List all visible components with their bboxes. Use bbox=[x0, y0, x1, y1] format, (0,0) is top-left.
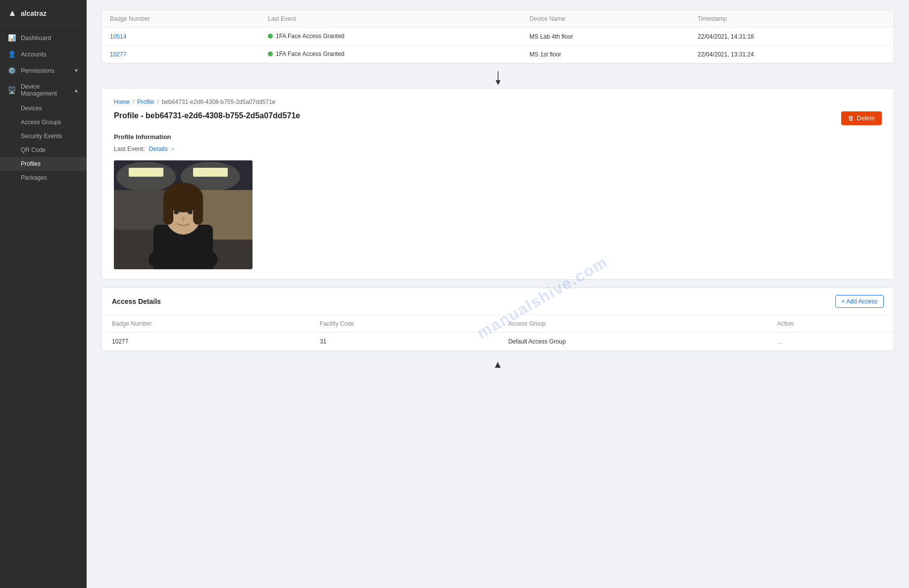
profile-photo bbox=[114, 160, 252, 269]
last-event-label: Last Event: bbox=[114, 146, 145, 152]
col-device-name: Device Name bbox=[522, 10, 690, 28]
logo-icon: ▲ bbox=[8, 8, 17, 18]
sidebar-item-devices-label: Devices bbox=[21, 105, 42, 112]
sidebar-item-access-groups[interactable]: Access Groups bbox=[0, 115, 87, 129]
badge-link[interactable]: 10277 bbox=[110, 51, 126, 58]
sidebar-navigation: 📊 Dashboard 👤 Accounts ⚙️ Permissions ▼ … bbox=[0, 26, 87, 588]
badge-link[interactable]: 10514 bbox=[110, 33, 126, 40]
access-badge-cell: 10277 bbox=[102, 333, 310, 351]
sidebar-item-security-events[interactable]: Security Events bbox=[0, 129, 87, 143]
sidebar-item-profiles[interactable]: Profiles bbox=[0, 157, 87, 171]
sidebar-item-qr-code-label: QR Code bbox=[21, 147, 46, 153]
access-col-badge: Badge Number bbox=[102, 315, 310, 333]
col-badge-number: Badge Number bbox=[102, 10, 260, 28]
delete-btn-label: Delete bbox=[857, 115, 875, 122]
profile-info-label: Profile Information bbox=[114, 133, 882, 141]
svg-marker-1 bbox=[496, 80, 501, 85]
permissions-chevron-icon: ▼ bbox=[74, 68, 79, 73]
access-title: Access Details bbox=[112, 297, 161, 305]
access-group-cell: Default Access Group bbox=[499, 333, 767, 351]
event-text: 1FA Face Access Granted bbox=[276, 33, 345, 40]
events-table: Badge Number Last Event Device Name Time… bbox=[102, 10, 894, 63]
device-management-icon: 🖥️ bbox=[8, 87, 16, 94]
sidebar: ▲ alcatraz 📊 Dashboard 👤 Accounts ⚙️ Per… bbox=[0, 0, 87, 588]
details-link[interactable]: Details → bbox=[149, 146, 176, 152]
profile-section: Home / Profile / beb64731-e2d6-4308-b755… bbox=[101, 88, 894, 280]
sidebar-item-permissions-label: Permissions bbox=[21, 67, 54, 74]
table-row: 10514 1FA Face Access Granted MS Lab 4th… bbox=[102, 28, 894, 46]
device-name-cell: MS Lab 4th floor bbox=[522, 28, 690, 46]
breadcrumb: Home / Profile / beb64731-e2d6-4308-b755… bbox=[114, 98, 882, 105]
event-badge: 1FA Face Access Granted bbox=[268, 50, 345, 57]
access-col-facility: Facility Code bbox=[310, 315, 499, 333]
sidebar-item-profiles-label: Profiles bbox=[21, 160, 41, 167]
svg-point-19 bbox=[182, 217, 185, 221]
last-event-cell: 1FA Face Access Granted bbox=[260, 46, 522, 63]
photo-scene bbox=[114, 160, 252, 269]
sidebar-item-dashboard-label: Dashboard bbox=[21, 35, 51, 42]
action-menu-button[interactable]: ... bbox=[777, 338, 783, 345]
access-header: Access Details + Add Access bbox=[102, 288, 894, 315]
profile-last-event: Last Event: Details → bbox=[114, 146, 882, 152]
annotation-arrow-down bbox=[493, 71, 503, 86]
badge-number-cell: 10514 bbox=[102, 28, 260, 46]
device-management-chevron-icon: ▲ bbox=[74, 88, 79, 93]
svg-rect-15 bbox=[163, 195, 173, 225]
access-table: Badge Number Facility Code Access Group … bbox=[102, 315, 894, 350]
svg-rect-16 bbox=[193, 195, 203, 225]
badge-number-cell: 10277 bbox=[102, 46, 260, 63]
profile-title: Profile - beb64731-e2d6-4308-b755-2d5a07… bbox=[114, 111, 300, 120]
access-col-action: Action bbox=[767, 315, 894, 333]
sidebar-item-devices[interactable]: Devices bbox=[0, 101, 87, 115]
events-table-container: Badge Number Last Event Device Name Time… bbox=[101, 10, 894, 63]
breadcrumb-id: beb64731-e2d6-4308-b755-2d5a07dd571e bbox=[162, 98, 276, 105]
last-event-cell: 1FA Face Access Granted bbox=[260, 28, 522, 46]
event-badge: 1FA Face Access Granted bbox=[268, 33, 345, 40]
access-section: Access Details + Add Access Badge Number… bbox=[101, 288, 894, 351]
sidebar-item-device-management[interactable]: 🖥️ Device Management ▲ bbox=[0, 79, 87, 101]
profile-header: Profile - beb64731-e2d6-4308-b755-2d5a07… bbox=[114, 111, 882, 125]
permissions-icon: ⚙️ bbox=[8, 67, 16, 74]
access-action-cell: ... bbox=[767, 333, 894, 351]
accounts-icon: 👤 bbox=[8, 50, 16, 58]
logo-area: ▲ alcatraz bbox=[0, 0, 87, 26]
svg-point-18 bbox=[188, 210, 193, 214]
event-text: 1FA Face Access Granted bbox=[276, 50, 345, 57]
dashboard-icon: 📊 bbox=[8, 34, 16, 42]
timestamp-cell: 22/04/2021, 13:31:24 bbox=[690, 46, 894, 63]
status-dot-green bbox=[268, 34, 273, 39]
sidebar-item-accounts-label: Accounts bbox=[21, 51, 46, 58]
sidebar-item-access-groups-label: Access Groups bbox=[21, 119, 61, 126]
table-row: 10277 1FA Face Access Granted MS 1st flo… bbox=[102, 46, 894, 63]
logo-text: alcatraz bbox=[21, 9, 47, 17]
add-access-button[interactable]: + Add Access bbox=[835, 295, 884, 308]
timestamp-cell: 22/04/2021, 14:31:18 bbox=[690, 28, 894, 46]
delete-button[interactable]: 🗑 Delete bbox=[841, 111, 882, 125]
table-row: 10277 31 Default Access Group ... bbox=[102, 333, 894, 351]
delete-icon: 🗑 bbox=[848, 115, 855, 122]
sidebar-item-device-management-label: Device Management bbox=[21, 83, 69, 97]
bottom-logo-area: ▲ bbox=[101, 351, 894, 378]
status-dot-green bbox=[268, 51, 273, 56]
bottom-logo-icon: ▲ bbox=[493, 359, 503, 370]
breadcrumb-home[interactable]: Home bbox=[114, 98, 130, 105]
sidebar-item-accounts[interactable]: 👤 Accounts bbox=[0, 46, 87, 62]
sidebar-item-permissions[interactable]: ⚙️ Permissions ▼ bbox=[0, 62, 87, 79]
breadcrumb-sep-2: / bbox=[157, 98, 158, 105]
photo-background-svg bbox=[114, 160, 252, 269]
svg-point-17 bbox=[174, 210, 179, 214]
col-last-event: Last Event bbox=[260, 10, 522, 28]
svg-point-5 bbox=[116, 162, 176, 192]
sidebar-item-security-events-label: Security Events bbox=[21, 133, 62, 140]
main-content: manualshive.com Badge Number Last Event … bbox=[87, 0, 909, 588]
breadcrumb-profile[interactable]: Profile bbox=[137, 98, 154, 105]
breadcrumb-sep-1: / bbox=[133, 98, 134, 105]
access-facility-cell: 31 bbox=[310, 333, 499, 351]
col-timestamp: Timestamp bbox=[690, 10, 894, 28]
sidebar-item-packages-label: Packages bbox=[21, 174, 47, 181]
sidebar-item-qr-code[interactable]: QR Code bbox=[0, 143, 87, 157]
sidebar-item-dashboard[interactable]: 📊 Dashboard bbox=[0, 30, 87, 46]
access-col-group: Access Group bbox=[499, 315, 767, 333]
device-name-cell: MS 1st floor bbox=[522, 46, 690, 63]
sidebar-item-packages[interactable]: Packages bbox=[0, 171, 87, 185]
